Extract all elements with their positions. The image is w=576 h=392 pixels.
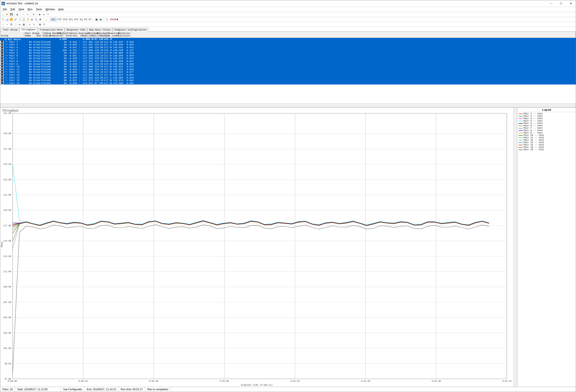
tool-6-icon[interactable]: 📋 — [22, 18, 26, 21]
table-row[interactable]: ⬛└─ Pair 2No GroupFinished99-0.062 : +0.… — [0, 43, 576, 46]
zoom-out-icon[interactable]: ⤡ — [32, 23, 36, 26]
table-row[interactable]: ⬛└─ Pair 3No GroupFinished99-0.037 : +0.… — [0, 46, 576, 49]
filter-scr[interactable]: SCR — [62, 18, 68, 21]
close-button[interactable]: ✕ — [566, 0, 576, 7]
table-row[interactable]: ⬛└─ Pair 11No GroupFinished99-0.033 : +0… — [0, 68, 576, 71]
tool-9-icon[interactable]: 🔍 — [34, 18, 38, 21]
ytick: 111.00 — [0, 271, 11, 273]
table-row[interactable]: ⬛└─ Pair 9No GroupFinished99-0.035 : +0.… — [0, 62, 576, 65]
table-row[interactable]: ⬛└─ Pair 1No GroupFinished99-0.033 : +0.… — [0, 41, 576, 44]
save-icon[interactable]: 💾 — [9, 13, 13, 16]
ytick: 113.00 — [0, 255, 11, 257]
tool-10-icon[interactable]: ⚙ — [38, 18, 42, 21]
view-4-icon[interactable]: ⬚ — [13, 23, 17, 26]
maximize-button[interactable]: ☐ — [556, 0, 566, 7]
table-row[interactable]: ⬛└─ Pair 7No GroupFinished99-0.028 : +0.… — [0, 57, 576, 60]
filter-tcp[interactable]: TCP — [57, 18, 62, 21]
grid-scroll[interactable]: ⊟ All Pairs1,5851,859.91997.740125.786⬛└… — [0, 38, 576, 103]
filter-sq[interactable]: SQ — [79, 18, 84, 21]
filter-all[interactable]: ALL — [51, 18, 57, 21]
horizontal-scrollbar[interactable] — [0, 103, 576, 107]
tab-test-setup[interactable]: Test Setup — [1, 28, 19, 31]
layout-icon[interactable]: ⊞ — [38, 23, 42, 26]
open-icon[interactable]: 📂 — [5, 13, 9, 16]
tool-2-icon[interactable]: 📊 — [5, 18, 9, 21]
tool-8-icon[interactable]: 🗂 — [30, 18, 34, 21]
ytick: 115.00 — [0, 240, 11, 242]
filter-pc[interactable]: PC — [88, 18, 92, 21]
tool-3-icon[interactable]: 📶 — [9, 18, 13, 21]
poll-icon[interactable]: ⟳ — [46, 13, 50, 16]
ytick: 117.00 — [0, 224, 11, 227]
minimize-button[interactable]: — — [546, 0, 556, 7]
export-csv-icon[interactable]: ▦ — [95, 18, 98, 21]
filter-ep2[interactable]: EP2 — [74, 18, 79, 21]
filter-ep1[interactable]: EP1 — [68, 18, 74, 21]
tab-response-time[interactable]: Response Time — [65, 28, 87, 31]
stop-icon[interactable]: ■ — [42, 13, 46, 16]
legend-swatch — [519, 150, 523, 150]
zoom-in-icon[interactable]: ⤢ — [28, 23, 31, 26]
legend-swatch — [519, 142, 523, 143]
view-6-icon[interactable]: ▥ — [22, 23, 26, 26]
view-1-icon[interactable]: ↕ — [1, 23, 5, 26]
table-row[interactable]: ⬛└─ Pair 16No GroupFinished99-0.656 : +0… — [0, 82, 576, 85]
tab-raw-data-totals[interactable]: Raw Data Totals — [87, 28, 113, 31]
table-row[interactable]: ⬛└─ Pair 15No GroupFinished99-0.051 : +0… — [0, 79, 576, 82]
tool-5-icon[interactable]: 📑 — [18, 18, 21, 21]
legend-swatch — [519, 114, 523, 114]
col-pair-group[interactable]: Pair Group Name — [24, 31, 36, 38]
legend-item[interactable]: Pair 16 -- test — [519, 148, 575, 151]
menu-help[interactable]: Help — [57, 7, 66, 11]
col-group[interactable]: Group — [0, 31, 24, 38]
chart-vscroll[interactable] — [514, 108, 517, 387]
tab-transaction-rate[interactable]: Transaction Rate — [38, 28, 65, 31]
table-row[interactable]: ⬛└─ Pair 8No GroupFinished99-0.031 : +0.… — [0, 60, 576, 63]
delete-icon[interactable]: ✖ — [32, 13, 35, 16]
menu-edit[interactable]: Edit — [9, 7, 17, 11]
row-icon: ⬛ — [0, 57, 4, 60]
menu-run[interactable]: Run — [26, 7, 34, 11]
table-row[interactable]: ⊟ All Pairs1,5851,859.91997.740125.786 — [0, 38, 576, 41]
tool-7-icon[interactable]: 📝 — [26, 18, 30, 21]
warn-icon[interactable]: ⚠ — [44, 18, 48, 21]
table-row[interactable]: ⬛└─ Pair 13No GroupFinished99-0.048 : +0… — [0, 74, 576, 76]
legend-swatch — [519, 126, 523, 126]
tool-1-icon[interactable]: 🔧 — [1, 18, 5, 21]
print-icon[interactable]: 🖨 — [15, 13, 19, 16]
cut-icon[interactable]: ✂ — [22, 13, 25, 16]
refresh-icon[interactable]: ↻ — [42, 23, 46, 26]
chart-x-label: Elapsed time (h:mm:ss) — [0, 384, 514, 386]
table-row[interactable]: ⬛└─ Pair 5No GroupFinished99-0.022 : +0.… — [0, 52, 576, 55]
legend-swatch — [519, 128, 523, 129]
tab-throughput[interactable]: Throughput — [19, 28, 38, 31]
info-icon[interactable]: ⓘ — [105, 18, 109, 21]
view-2-icon[interactable]: ↔ — [5, 23, 9, 26]
view-3-icon[interactable]: ☰ — [9, 23, 13, 26]
status-end: End: 2019/5/27, 11:14:22 — [85, 387, 118, 392]
view-5-icon[interactable]: ▭ — [18, 23, 21, 26]
tab-endpoint-configuration[interactable]: Endpoint Configuration — [113, 28, 148, 31]
xtick: 0:02:00 — [432, 380, 441, 382]
chart-title: Throughput — [2, 109, 512, 112]
col-relative[interactable]: Relative Precision — [120, 31, 131, 38]
table-row[interactable]: ⬛└─ Pair 12No GroupFinished99-0.091 : +0… — [0, 71, 576, 74]
menu-view[interactable]: View — [17, 7, 26, 11]
copy-icon[interactable]: ⧉ — [26, 13, 29, 16]
export-html-icon[interactable]: ▤ — [99, 18, 103, 21]
new-icon[interactable]: 📄 — [1, 13, 5, 16]
run-icon[interactable]: ▶ — [38, 13, 42, 16]
chart-plot[interactable] — [12, 113, 507, 379]
table-row[interactable]: ⬛└─ Pair 14No GroupFinished99-0.028 : +0… — [0, 76, 576, 79]
menu-window[interactable]: Window — [44, 7, 57, 11]
ytick: 131.65 — [0, 112, 11, 114]
filter-pg[interactable]: PG — [84, 18, 88, 21]
col-95-confidence[interactable]: 95% Confidence Interval — [64, 31, 78, 38]
menu-tools[interactable]: Tools — [34, 7, 44, 11]
tool-4-icon[interactable]: 🔗 — [13, 18, 17, 21]
table-row[interactable]: ⬛└─ Pair 10No GroupFinished99-0.083 : +0… — [0, 65, 576, 68]
xtick: 0:00:20 — [78, 380, 87, 382]
menu-file[interactable]: File — [1, 7, 9, 11]
table-row[interactable]: ⬛└─ Pair 4No GroupFinished100-0.161 : +0… — [0, 49, 576, 52]
table-row[interactable]: ⬛└─ Pair 6No GroupFinished99-0.051 : +0.… — [0, 55, 576, 57]
